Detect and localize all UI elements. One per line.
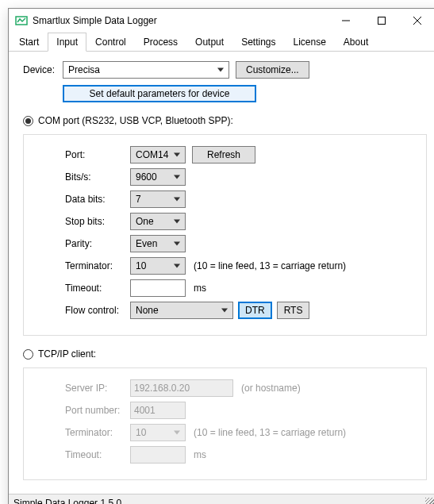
tab-license[interactable]: License	[284, 33, 334, 52]
tab-content: Device: Precisa Customize... Set default…	[9, 52, 434, 494]
ip-label: Server IP:	[65, 383, 130, 394]
customize-button[interactable]: Customize...	[236, 61, 309, 79]
ip-input[interactable]	[130, 379, 233, 397]
rts-toggle[interactable]: RTS	[277, 302, 310, 319]
tcp-terminator-select[interactable]: 10	[130, 424, 186, 441]
dtr-toggle[interactable]: DTR	[238, 302, 272, 319]
com-panel: Port: COM14 Refresh Bits/s: 9600 Data bi…	[23, 134, 427, 336]
close-button[interactable]	[399, 10, 434, 32]
terminator-hint: (10 = line feed, 13 = carriage return)	[194, 260, 346, 271]
tab-input[interactable]: Input	[48, 33, 86, 52]
portnum-label: Port number:	[65, 405, 130, 416]
port-select[interactable]: COM14	[130, 146, 186, 164]
terminator-select[interactable]: 10	[130, 257, 186, 275]
timeout-input[interactable]	[130, 279, 186, 297]
device-select[interactable]: Precisa	[63, 61, 229, 79]
timeout-label: Timeout:	[65, 283, 130, 294]
minimize-button[interactable]	[328, 10, 363, 32]
portnum-input[interactable]	[130, 402, 186, 419]
window-title: Smartlux Simple Data Logger	[33, 15, 328, 26]
terminator-label: Terminator:	[65, 260, 130, 271]
tcp-timeout-label: Timeout:	[65, 449, 130, 460]
tcp-radio[interactable]: TCP/IP client:	[23, 348, 427, 360]
tcp-timeout-input[interactable]	[130, 446, 186, 464]
databits-label: Data bits:	[65, 194, 130, 205]
set-default-button[interactable]: Set default parameters for device	[63, 85, 256, 102]
tcp-terminator-hint: (10 = line feed, 13 = carriage return)	[194, 427, 346, 438]
tcp-label: TCP/IP client:	[38, 348, 96, 360]
tab-control[interactable]: Control	[86, 33, 135, 52]
flow-label: Flow control:	[65, 305, 130, 316]
com-port-label: COM port (RS232, USB VCP, Bluetooth SPP)…	[38, 115, 233, 126]
parity-select[interactable]: Even	[130, 235, 186, 252]
resize-grip[interactable]	[425, 498, 434, 505]
port-label: Port:	[65, 149, 130, 160]
bits-select[interactable]: 9600	[130, 168, 186, 186]
app-window: Smartlux Simple Data Logger Start Input …	[8, 8, 434, 504]
app-icon	[15, 14, 28, 27]
radio-icon	[23, 116, 33, 126]
tab-output[interactable]: Output	[186, 33, 232, 52]
flow-select[interactable]: None	[130, 302, 233, 319]
tcp-panel: Server IP: (or hostname) Port number: Te…	[23, 367, 427, 480]
databits-select[interactable]: 7	[130, 190, 186, 208]
stopbits-select[interactable]: One	[130, 213, 186, 230]
tab-bar: Start Input Control Process Output Setti…	[9, 33, 434, 52]
timeout-unit: ms	[194, 283, 206, 294]
com-port-radio[interactable]: COM port (RS232, USB VCP, Bluetooth SPP)…	[23, 115, 427, 126]
tcp-timeout-unit: ms	[194, 449, 206, 460]
tab-process[interactable]: Process	[135, 33, 186, 52]
radio-icon	[23, 349, 33, 360]
maximize-button[interactable]	[363, 10, 399, 32]
bits-label: Bits/s:	[65, 171, 130, 183]
stopbits-label: Stop bits:	[65, 216, 130, 227]
tab-start[interactable]: Start	[10, 33, 48, 52]
refresh-button[interactable]: Refresh	[192, 146, 255, 164]
svg-rect-2	[378, 17, 385, 25]
device-label: Device:	[23, 64, 63, 75]
tab-about[interactable]: About	[335, 33, 377, 52]
parity-label: Parity:	[65, 238, 130, 249]
tab-settings[interactable]: Settings	[232, 33, 284, 52]
ip-hint: (or hostname)	[241, 383, 301, 394]
status-text: Simple Data Logger 1.5.0	[13, 498, 121, 505]
tcp-terminator-label: Terminator:	[65, 427, 130, 438]
status-bar: Simple Data Logger 1.5.0	[9, 494, 434, 504]
titlebar: Smartlux Simple Data Logger	[9, 9, 434, 33]
